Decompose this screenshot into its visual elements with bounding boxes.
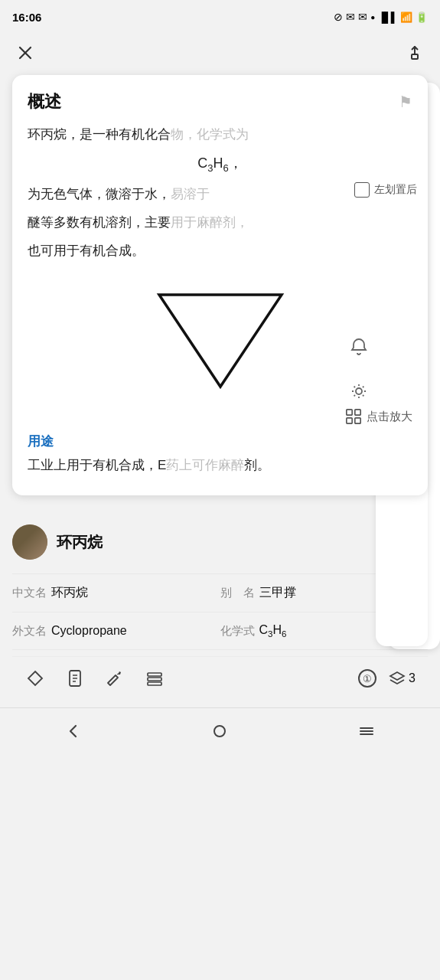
tag-button[interactable] <box>24 668 46 689</box>
svg-rect-8 <box>355 418 360 423</box>
prop-enname-label: 外文名 <box>12 624 47 639</box>
layers-count: 3 <box>409 671 416 685</box>
brightness-icon[interactable] <box>347 379 371 403</box>
subject-header: 环丙烷 ☆ <box>12 524 428 560</box>
home-button[interactable] <box>200 716 239 746</box>
description-block: 为无色气体，微溶于水，易溶于 左划置后 醚等多数有机溶剂，主要用于麻醉剂， 也可… <box>28 184 412 263</box>
svg-rect-25 <box>148 682 161 685</box>
prop-formula-value: C3H6 <box>259 623 287 639</box>
svg-line-16 <box>354 395 355 396</box>
card-side-icons <box>347 335 371 403</box>
flag-icon[interactable]: ⚑ <box>399 93 412 111</box>
status-time: 16:06 <box>12 11 41 24</box>
prop-enname-value: Cyclopropane <box>51 624 127 638</box>
system-nav <box>0 707 440 753</box>
usage-text: 工业上用于有机合成，E药上可作麻醉剂。 <box>28 455 412 477</box>
toolbar-left <box>24 668 165 689</box>
battery-icon: 🔋 <box>416 11 428 23</box>
avatar-image <box>12 524 47 560</box>
description-text2: 醚等多数有机溶剂，主要用于麻醉剂， <box>28 212 412 234</box>
prop-altname-label: 别 名 <box>220 586 255 600</box>
list-button[interactable] <box>144 668 165 689</box>
description-text3: 也可用于有机合成。 <box>28 240 412 263</box>
svg-line-15 <box>363 395 363 396</box>
bottom-toolbar: ① 3 <box>12 656 428 700</box>
svg-point-9 <box>356 388 362 394</box>
main-card: 概述 ⚑ 环丙烷，是一种有机化合物，化学式为 C3H6， 为无色气体，微溶于水，… <box>12 75 428 495</box>
card-area: 泄漏应急处理 物理性质 概述 ⚑ 环丙烷，是一种有机化合物，化学式为 C3H6，… <box>0 75 440 495</box>
subject-name: 环丙烷 <box>57 532 103 553</box>
prop-zhname-value: 环丙烷 <box>51 585 88 601</box>
tools-button[interactable] <box>104 668 125 689</box>
svg-marker-18 <box>28 671 42 685</box>
svg-rect-6 <box>355 410 360 415</box>
mail-icon2: ✉ <box>358 11 367 23</box>
top-nav <box>0 34 440 72</box>
status-icons: ⊘ ✉ ✉ ● ▐▌▌ 📶 🔋 <box>334 11 428 23</box>
signal-icon: ▐▌▌ <box>378 11 397 23</box>
mail-icon1: ✉ <box>346 11 355 23</box>
dot-icon: ● <box>370 13 375 21</box>
intro-text: 环丙烷，是一种有机化合物，化学式为 <box>28 127 249 142</box>
property-row-1: 中文名 环丙烷 别 名 三甲撑 <box>12 574 428 612</box>
back-button[interactable] <box>54 716 93 746</box>
svg-rect-23 <box>148 673 161 676</box>
info-button[interactable]: ① <box>358 669 376 688</box>
prop-zhname-label: 中文名 <box>12 586 47 600</box>
zoom-icon <box>345 408 362 425</box>
property-row-2: 外文名 Cyclopropane 化学式 C3H6 <box>12 612 428 650</box>
triangle-diagram <box>152 287 289 394</box>
properties-table: 中文名 环丙烷 别 名 三甲撑 外文名 Cyclopropane 化学式 C3H… <box>12 573 428 650</box>
layers-icon <box>389 670 406 687</box>
intro-block: 环丙烷，是一种有机化合物，化学式为 <box>28 124 412 146</box>
svg-line-17 <box>363 387 363 387</box>
task-icon: ⊘ <box>334 11 343 23</box>
prop-zhname: 中文名 环丙烷 <box>12 585 220 601</box>
svg-rect-7 <box>347 418 352 423</box>
svg-rect-24 <box>148 678 161 681</box>
subject-avatar <box>12 524 47 560</box>
prop-altname-value: 三甲撑 <box>259 585 296 601</box>
swipe-box-icon <box>354 182 370 198</box>
zoom-hint[interactable]: 点击放大 <box>28 408 412 425</box>
svg-point-27 <box>214 726 225 737</box>
back-icon <box>65 723 82 740</box>
bottom-info: 环丙烷 ☆ 中文名 环丙烷 别 名 三甲撑 外文名 Cyclopropane 化… <box>0 511 440 700</box>
home-icon <box>211 723 228 740</box>
document-button[interactable] <box>64 668 86 689</box>
svg-marker-4 <box>159 295 282 387</box>
swipe-hint: 左划置后 <box>354 182 417 198</box>
svg-line-14 <box>354 387 355 387</box>
layers-button[interactable]: 3 <box>389 670 416 687</box>
share-button[interactable] <box>403 41 426 64</box>
status-bar: 16:06 ⊘ ✉ ✉ ● ▐▌▌ 📶 🔋 <box>0 0 440 34</box>
wifi-icon: 📶 <box>400 11 412 23</box>
prop-formula-label: 化学式 <box>220 624 255 639</box>
usage-section-title: 用途 <box>28 433 412 450</box>
chemical-formula: C3H6， <box>28 154 412 174</box>
prop-enname: 外文名 Cyclopropane <box>12 624 220 639</box>
svg-marker-26 <box>390 672 404 680</box>
card-header: 概述 ⚑ <box>28 90 412 113</box>
close-button[interactable] <box>14 41 37 64</box>
bell-icon[interactable] <box>347 335 371 359</box>
card-title: 概述 <box>28 90 61 113</box>
svg-rect-5 <box>347 410 352 415</box>
toolbar-right: ① 3 <box>358 669 416 688</box>
close-icon <box>17 44 34 61</box>
subject-info: 环丙烷 <box>12 524 103 560</box>
share-icon <box>406 44 423 61</box>
menu-button[interactable] <box>347 716 386 746</box>
menu-icon <box>358 723 375 740</box>
